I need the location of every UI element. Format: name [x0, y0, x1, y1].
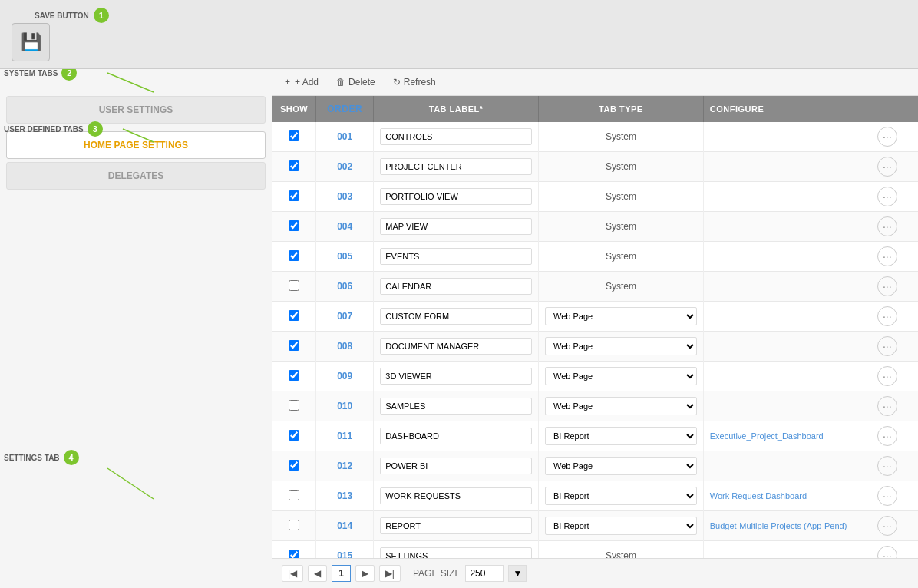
tab-label-input[interactable] — [380, 398, 532, 415]
last-page-button[interactable]: ▶| — [379, 565, 401, 582]
order-cell: 010 — [316, 391, 374, 421]
show-checkbox[interactable] — [289, 190, 299, 201]
page-size-label: PAGE SIZE — [413, 568, 461, 579]
ann-settingstab-badge: 4 — [64, 450, 79, 465]
sidebar-tab-user-settings[interactable]: USER SETTINGS — [6, 96, 266, 124]
show-checkbox[interactable] — [289, 280, 299, 291]
tab-label-input[interactable] — [380, 308, 532, 325]
trash-icon: 🗑 — [336, 77, 345, 88]
tab-type-select[interactable]: SystemWeb PageBI Report — [545, 517, 697, 535]
more-options-button[interactable]: ··· — [877, 486, 897, 506]
tab-label-input[interactable] — [380, 458, 532, 474]
prev-page-button[interactable]: ◀ — [308, 565, 327, 582]
tab-type-select[interactable]: SystemWeb PageBI Report — [545, 457, 697, 475]
configure-cell: ··· — [704, 541, 903, 558]
top-toolbar: SAVE BUTTON 1 💾 — [0, 0, 918, 69]
more-options-button[interactable]: ··· — [877, 456, 897, 476]
show-checkbox[interactable] — [289, 220, 299, 231]
sidebar-tab-delegates[interactable]: DELEGATES — [6, 162, 266, 190]
tab-label-input[interactable] — [380, 368, 532, 385]
ann-save-label: SAVE BUTTON — [35, 12, 89, 20]
more-options-button[interactable]: ··· — [877, 426, 897, 446]
tab-type-select[interactable]: SystemWeb PageBI Report — [545, 427, 697, 445]
tab-type-select[interactable]: SystemWeb PageBI Report — [545, 367, 697, 385]
order-cell: 005 — [316, 242, 374, 272]
table-row: 006System··· — [272, 272, 918, 302]
show-checkbox[interactable] — [289, 490, 299, 500]
add-icon: + — [285, 77, 290, 88]
save-button[interactable]: 💾 — [12, 23, 50, 61]
configure-cell: Work Request Dashboard··· — [704, 481, 903, 510]
show-checkbox[interactable] — [289, 430, 299, 441]
tab-label-input[interactable] — [380, 188, 532, 205]
tab-type-text: System — [606, 251, 636, 262]
more-options-button[interactable]: ··· — [877, 546, 897, 558]
ann-settingstab-label: SETTINGS TAB — [4, 454, 60, 462]
more-options-button[interactable]: ··· — [877, 306, 897, 326]
more-options-button[interactable]: ··· — [877, 396, 897, 416]
order-cell: 011 — [316, 421, 374, 451]
table-row: 014SystemWeb PageBI ReportBudget-Multipl… — [272, 511, 918, 541]
tab-label-input[interactable] — [380, 428, 532, 444]
show-checkbox[interactable] — [289, 400, 299, 411]
table-row: 005System··· — [272, 242, 918, 272]
table-row: 003System··· — [272, 182, 918, 212]
configure-cell: ··· — [704, 182, 903, 211]
show-checkbox[interactable] — [289, 520, 299, 530]
svg-line-2 — [107, 468, 154, 499]
configure-cell: Budget-Multiple Projects (App-Pend)··· — [704, 511, 903, 540]
svg-line-0 — [107, 73, 154, 92]
more-options-button[interactable]: ··· — [877, 366, 897, 386]
show-checkbox[interactable] — [289, 130, 299, 141]
tab-label-input[interactable] — [380, 487, 532, 504]
show-checkbox[interactable] — [289, 250, 299, 261]
refresh-button[interactable]: ↻ Refresh — [390, 75, 439, 89]
col-header-configure: CONFIGURE — [703, 96, 918, 122]
order-cell: 004 — [316, 212, 374, 242]
tab-type-select[interactable]: SystemWeb PageBI Report — [545, 397, 697, 415]
more-options-button[interactable]: ··· — [877, 127, 897, 147]
next-page-button[interactable]: ▶ — [355, 565, 375, 582]
tab-label-input[interactable] — [380, 218, 532, 235]
more-options-button[interactable]: ··· — [877, 276, 897, 296]
tab-type-text: System — [606, 550, 636, 558]
tab-type-select[interactable]: SystemWeb PageBI Report — [545, 487, 697, 505]
show-checkbox[interactable] — [289, 550, 299, 559]
show-checkbox[interactable] — [289, 370, 299, 381]
more-options-button[interactable]: ··· — [877, 187, 897, 206]
tab-label-input[interactable] — [380, 278, 532, 295]
sidebar-tab-home-page-settings[interactable]: HOME PAGE SETTINGS — [6, 131, 266, 159]
page-size-dropdown-btn[interactable]: ▼ — [508, 565, 527, 582]
show-checkbox[interactable] — [289, 340, 299, 351]
delete-button[interactable]: 🗑 Delete — [333, 75, 378, 89]
show-checkbox[interactable] — [289, 310, 299, 321]
ann-systabs-label: SYSTEM TABS — [4, 69, 58, 78]
tab-label-input[interactable] — [380, 338, 532, 355]
more-options-button[interactable]: ··· — [877, 336, 897, 356]
more-options-button[interactable]: ··· — [877, 216, 897, 236]
show-checkbox[interactable] — [289, 460, 299, 471]
col-header-label: TAB LABEL* — [374, 96, 539, 122]
page-size-input[interactable]: 250 — [465, 565, 504, 582]
col-header-order: ORDER — [316, 96, 374, 122]
order-cell: 009 — [316, 362, 374, 391]
add-button[interactable]: + + Add — [282, 75, 322, 89]
configure-text: Executive_Project_Dashboard — [710, 431, 824, 441]
more-options-button[interactable]: ··· — [877, 516, 897, 536]
table-row: 010SystemWeb PageBI Report··· — [272, 391, 918, 421]
tab-label-input[interactable] — [380, 547, 532, 558]
table-row: 007SystemWeb PageBI Report··· — [272, 302, 918, 332]
table-row: 011SystemWeb PageBI ReportExecutive_Proj… — [272, 421, 918, 451]
more-options-button[interactable]: ··· — [877, 246, 897, 266]
more-options-button[interactable]: ··· — [877, 157, 897, 177]
tab-type-select[interactable]: SystemWeb PageBI Report — [545, 307, 697, 325]
content-area: + + Add 🗑 Delete ↻ Refresh SHOW — [272, 69, 918, 588]
order-cell: 001 — [316, 122, 374, 152]
tab-label-input[interactable] — [380, 128, 532, 145]
tab-label-input[interactable] — [380, 517, 532, 534]
tab-label-input[interactable] — [380, 248, 532, 265]
first-page-button[interactable]: |◀ — [282, 565, 303, 582]
tab-label-input[interactable] — [380, 158, 532, 175]
tab-type-select[interactable]: SystemWeb PageBI Report — [545, 337, 697, 355]
show-checkbox[interactable] — [289, 160, 299, 171]
